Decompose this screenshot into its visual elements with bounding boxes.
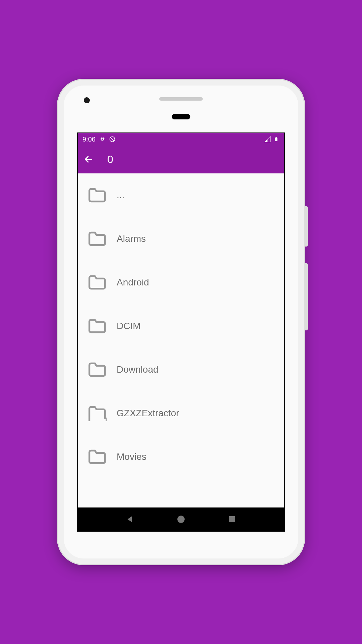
file-name-label: DCIM — [117, 321, 141, 331]
phone-notch-pill — [172, 114, 190, 119]
svg-point-3 — [177, 516, 185, 523]
status-time: 9:06 — [82, 136, 96, 143]
list-item[interactable]: Movies — [78, 435, 284, 479]
nav-back-button[interactable] — [123, 513, 137, 526]
app-bar: 0 — [78, 145, 284, 173]
page-title: 0 — [107, 153, 113, 166]
triangle-back-icon — [126, 515, 134, 524]
circle-home-icon — [177, 515, 185, 524]
status-bar: 9:06 — [78, 133, 284, 145]
file-name-label: ... — [117, 190, 124, 201]
volume-button-physical — [305, 263, 308, 330]
list-item[interactable]: Android — [78, 261, 284, 304]
folder-icon — [88, 318, 107, 334]
back-button[interactable] — [82, 153, 95, 166]
list-item[interactable]: GZXZExtractor — [78, 391, 284, 435]
battery-icon — [273, 136, 280, 143]
phone-speaker — [159, 97, 203, 101]
settings-gear-icon — [99, 136, 106, 143]
folder-icon — [88, 187, 107, 203]
front-camera — [84, 97, 90, 103]
list-item[interactable]: ... — [78, 173, 284, 217]
do-not-disturb-icon — [109, 136, 116, 143]
arrow-left-icon — [83, 154, 94, 165]
folder-icon — [88, 405, 107, 421]
signal-icon — [264, 136, 271, 143]
folder-icon — [88, 274, 107, 290]
file-name-label: Alarms — [117, 233, 146, 244]
phone-device-frame: 9:06 — [57, 79, 305, 565]
file-name-label: Android — [117, 277, 149, 288]
phone-screen: 9:06 — [77, 132, 285, 532]
file-list[interactable]: ... Alarms Android DCIM Download — [78, 173, 284, 507]
file-name-label: GZXZExtractor — [117, 408, 179, 419]
nav-home-button[interactable] — [174, 513, 188, 526]
folder-icon — [88, 362, 107, 378]
status-right — [264, 136, 280, 143]
power-button-physical — [305, 206, 308, 247]
file-name-label: Download — [117, 364, 159, 375]
status-left: 9:06 — [82, 136, 116, 143]
square-recent-icon — [228, 515, 236, 523]
list-item[interactable]: Alarms — [78, 217, 284, 261]
navigation-bar — [78, 507, 284, 531]
folder-icon — [88, 231, 107, 247]
nav-recent-button[interactable] — [225, 513, 239, 526]
list-item[interactable]: Download — [78, 348, 284, 391]
list-item[interactable]: DCIM — [78, 304, 284, 348]
svg-rect-2 — [276, 137, 277, 138]
folder-icon — [88, 449, 107, 465]
svg-rect-4 — [229, 516, 235, 522]
svg-rect-1 — [275, 138, 278, 141]
file-name-label: Movies — [117, 451, 146, 462]
